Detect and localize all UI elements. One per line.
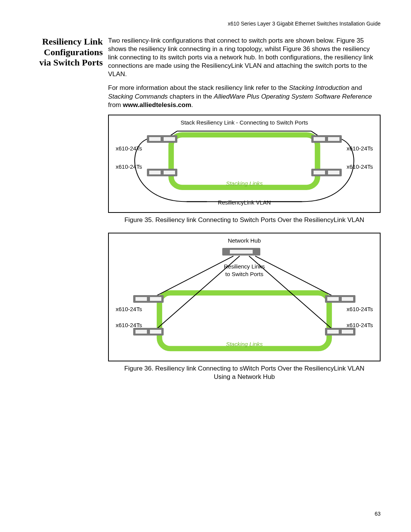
p2-italic-3: AlliedWare Plus Operating System Softwar…: [214, 93, 372, 100]
body-column: Two resiliency-link configurations that …: [108, 37, 381, 390]
p2-url: www.alliedtelesis.com: [123, 101, 191, 109]
page-number: 63: [374, 511, 381, 517]
fig35-label-tl: x610-24Ts: [116, 145, 142, 152]
switch-icon: [311, 169, 342, 176]
figure-35-lines: [109, 115, 380, 212]
fig35-title: Stack Resiliency Link - Connecting to Sw…: [109, 119, 380, 126]
fig36-links-line2: to Switch Ports: [109, 271, 380, 277]
running-header: x610 Series Layer 3 Gigabit Ethernet Swi…: [38, 21, 381, 27]
paragraph-2: For more information about the stack res…: [108, 84, 381, 109]
section-heading: Resiliency Link Configurations via Switc…: [38, 37, 108, 68]
fig35-stacking-label: Stacking Links: [109, 180, 380, 187]
p2-text: chapters in the: [168, 93, 214, 100]
fig35-label-bl: x610-24Ts: [116, 163, 142, 170]
svg-rect-8: [159, 293, 329, 348]
p2-italic-2: Stacking Commands: [108, 93, 168, 100]
p2-italic-1: Stacking Introduction: [289, 84, 349, 91]
p2-text: For more information about the stack res…: [108, 84, 289, 91]
switch-icon: [147, 135, 177, 143]
fig36-label-br: x610-24Ts: [347, 322, 373, 328]
figure-36-caption: Figure 36. Resiliency link Connecting to…: [123, 364, 365, 381]
content-columns: Resiliency Link Configurations via Switc…: [38, 37, 381, 390]
switch-icon: [311, 135, 342, 143]
fig36-label-bl: x610-24Ts: [116, 322, 142, 328]
fig35-label-tr: x610-24Ts: [347, 145, 373, 152]
fig36-label-tl: x610-24Ts: [116, 306, 142, 312]
fig36-stacking-label: Stacking Links: [109, 341, 380, 347]
paragraph-1: Two resiliency-link configurations that …: [108, 37, 381, 78]
switch-icon: [325, 295, 355, 303]
hub-icon: [222, 248, 260, 256]
figure-35-caption: Figure 35. Resiliency link Connecting to…: [123, 216, 365, 224]
fig36-hub-label: Network Hub: [109, 237, 380, 244]
figure-36: Network Hub Resiliency Links to Switch P…: [108, 233, 381, 361]
p2-text: .: [191, 101, 193, 109]
fig35-vlan-label: ResiliencyLink VLAN: [109, 199, 380, 206]
fig36-links-line1: Resiliency Links: [109, 263, 380, 270]
fig36-label-tr: x610-24Ts: [347, 306, 373, 312]
figure-35: Stack Resiliency Link - Connecting to Sw…: [108, 115, 381, 213]
svg-rect-0: [171, 135, 318, 187]
fig35-label-br: x610-24Ts: [347, 163, 373, 170]
switch-icon: [133, 295, 164, 303]
switch-icon: [147, 169, 177, 176]
p2-text: from: [108, 101, 123, 109]
page: x610 Series Layer 3 Gigabit Ethernet Swi…: [0, 0, 411, 532]
switch-icon: [133, 328, 164, 335]
switch-icon: [325, 328, 355, 335]
p2-text: and: [349, 84, 362, 91]
